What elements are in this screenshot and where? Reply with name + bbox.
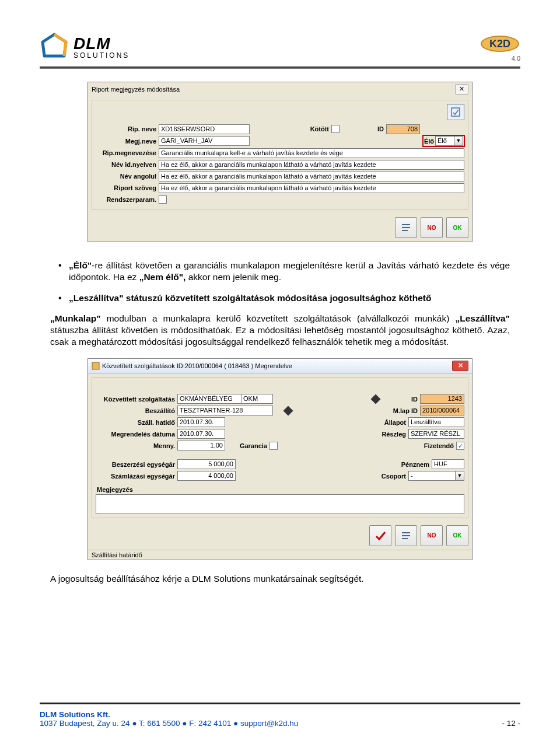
label-penznem: Pénznem [391, 461, 432, 468]
checkbox-garancia[interactable] [270, 442, 278, 450]
field-beszallito[interactable]: TESZTPARTNER-128 [177, 406, 273, 415]
app-icon [92, 362, 100, 370]
field-megr[interactable]: 2010.07.30. [177, 429, 225, 439]
riport-dialog: Riport megjegyzés módosítása ✕ Rip. neve… [88, 82, 473, 242]
label-nev-angol: Név angolul [96, 173, 159, 180]
field-szall[interactable]: 2010.07.30. [177, 417, 225, 427]
label-csoport: Csoport [368, 473, 408, 480]
svg-rect-3 [92, 362, 99, 369]
k2d-logo-icon: K2D [480, 33, 520, 55]
field-megjegyzes[interactable] [96, 494, 464, 514]
ok-button[interactable]: OK [446, 217, 468, 238]
field-rip-megn[interactable]: Garanciális munkalapra kell-e a várható … [159, 148, 464, 158]
footer-addr-line: 1037 Budapest, Zay u. 24 ● T: 661 5500 ●… [40, 719, 298, 728]
field-reszleg: SZERVIZ RÉSZL [408, 429, 464, 439]
footer-rule-thin [40, 702, 520, 703]
label-megr: Megrendelés dátuma [96, 431, 177, 438]
field-penznem: HUF [432, 459, 464, 469]
diamond-icon-2[interactable] [284, 406, 293, 415]
list-icon [400, 222, 412, 233]
label-fizetendo: Fizetendő [415, 442, 456, 449]
label-id: ID [340, 125, 386, 132]
body-text: „Élő"-re állítást követően a garanciális… [50, 260, 510, 348]
dialog-title: Riport megjegyzés módosítása [92, 86, 180, 93]
kozvetitett-dialog: Közvetített szolgáltatások ID:2010/00006… [88, 358, 473, 560]
field-nev-angol[interactable]: Ha ez élő, akkor a garanciális munkalapo… [159, 172, 464, 181]
label-id2: ID [379, 396, 420, 403]
dropdown-csoport-button[interactable]: ▼ [455, 471, 464, 481]
field-riport-szoveg[interactable]: Ha ez élő, akkor a garanciális munkalapo… [159, 183, 464, 193]
svg-rect-2 [452, 108, 460, 116]
no-button[interactable]: NO [421, 217, 443, 238]
dialog2-title: Közvetített szolgáltatások ID:2010/00006… [102, 362, 292, 369]
k2d-version: 4.0 [512, 55, 520, 62]
field-mlap: 2010/000064 [420, 406, 464, 415]
no-button-2[interactable]: NO [421, 525, 443, 546]
check-icon [374, 530, 387, 542]
label-rip-megn: Rip.megnevezése [96, 149, 159, 156]
label-kotott: Kötött [250, 125, 331, 132]
field-szamlazasi[interactable]: 4 000,00 [177, 471, 236, 481]
label-megjegyzes: Megjegyzés [96, 486, 464, 493]
edit-icon [450, 107, 461, 117]
svg-text:K2D: K2D [489, 38, 510, 50]
checkbox-fizetendo[interactable] [456, 442, 464, 450]
label-beszallito: Beszállító [96, 407, 177, 414]
check-button[interactable] [369, 525, 391, 546]
label-allapot: Állapot [368, 419, 408, 426]
label-beszerzesi: Beszerzési egységár [96, 461, 177, 468]
field-menny[interactable]: 1,00 [177, 441, 225, 450]
dlm-logo-subtitle: SOLUTIONS [74, 52, 130, 59]
label-rip-neve: Rip. neve [96, 125, 159, 132]
field-id2: 1243 [420, 394, 464, 404]
list-button[interactable] [395, 217, 417, 238]
header-rule-thick [40, 67, 520, 68]
dlm-logo-text: DLM [74, 36, 130, 52]
field-allapot: Leszállítva [408, 417, 464, 427]
body-text-2: A jogosultság beállításához kérje a DLM … [50, 573, 510, 585]
list-icon-2 [400, 530, 412, 541]
field-rip-neve[interactable]: XD16SERWSORD [159, 124, 250, 134]
edit-button[interactable] [447, 104, 464, 120]
close-button[interactable]: ✕ [455, 84, 468, 95]
field-kozv2[interactable]: OKM [242, 394, 273, 404]
label-szamlazasi: Számlázási egységár [96, 473, 177, 480]
label-nev-id: Név id.nyelven [96, 161, 159, 168]
list-button-2[interactable] [395, 525, 417, 546]
label-kozv: Közvetített szolgáltatás [96, 396, 177, 403]
checkbox-rendszerparam[interactable] [159, 195, 167, 204]
checkbox-kotott[interactable] [331, 125, 340, 133]
label-rendszerparam: Rendszerparam. [96, 196, 159, 203]
dlm-logo: DLM SOLUTIONS [40, 33, 130, 62]
field-megj-neve[interactable]: GARI_VARH_JAV [159, 136, 250, 146]
dlm-logo-icon [40, 33, 69, 62]
header-rule-thin [40, 68, 520, 69]
label-mlap: M.lap ID [379, 407, 420, 414]
label-elo: Élő [424, 138, 435, 145]
ok-button-2[interactable]: OK [446, 525, 468, 546]
label-garancia: Garancia [225, 442, 270, 449]
label-menny: Menny. [96, 442, 177, 449]
dropdown-elo-button[interactable]: ▼ [454, 136, 463, 146]
status-bar: Szállítási határidő [88, 550, 472, 560]
label-riport-szoveg: Riport szöveg [96, 184, 159, 191]
close-button-2[interactable]: ✕ [452, 361, 468, 371]
label-szall: Száll. hatidő [96, 419, 177, 426]
field-nev-id[interactable]: Ha ez élő, akkor a garanciális munkalapo… [159, 160, 464, 170]
label-reszleg: Részleg [368, 431, 408, 438]
page-number: - 12 - [502, 719, 520, 728]
field-id: 708 [386, 124, 420, 134]
label-megj-neve: Megj.neve [96, 138, 159, 145]
footer-company: DLM Solutions Kft. [40, 710, 298, 719]
field-csoport[interactable]: - [408, 471, 455, 481]
field-beszerzesi[interactable]: 5 000,00 [177, 459, 236, 469]
k2d-logo: K2D 4.0 [480, 33, 520, 62]
footer-rule-thick [40, 703, 520, 704]
field-elo[interactable]: Élő [435, 136, 454, 146]
field-kozv1[interactable]: OKMÁNYBÉLYEG [177, 394, 242, 404]
